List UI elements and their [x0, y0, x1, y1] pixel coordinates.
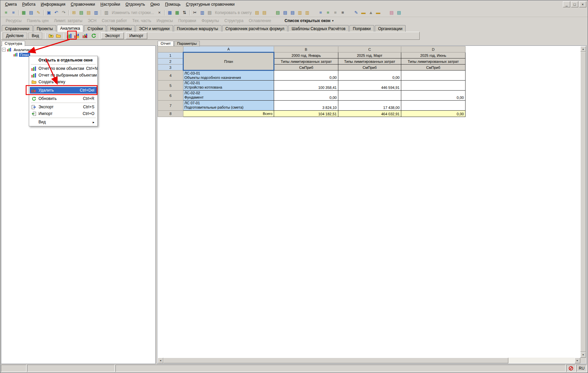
sort-icon[interactable]: ⇅ — [181, 9, 188, 16]
value-cell-c[interactable]: 446 594,91 — [338, 81, 401, 91]
row-header-2[interactable]: 2 — [158, 58, 183, 65]
menu-strukturnye-spravochniki[interactable]: Структурные справочники — [183, 1, 238, 8]
page-params-icon[interactable]: ▤ — [281, 9, 289, 16]
copy-document-icon[interactable]: ⊞ — [70, 9, 78, 16]
object-cell[interactable]: ЛС-02-01 Устройство котлована — [183, 81, 274, 91]
panel-works-list[interactable]: Состав работ — [99, 18, 130, 24]
object-cell[interactable]: ЛС 07-01 Подготовительные работы (смета) — [183, 101, 274, 111]
cut-icon[interactable]: ✂ — [191, 9, 198, 16]
value-cell-d[interactable]: 0,00 — [401, 91, 466, 101]
refresh-button[interactable] — [90, 32, 97, 39]
action-menu-button[interactable]: Действие — [3, 32, 27, 39]
folder-open-button[interactable] — [55, 32, 62, 39]
value-cell-c[interactable]: 0,00 — [338, 71, 401, 81]
structure-tree-icon[interactable]: ≡ — [10, 9, 17, 16]
cost-type-cell[interactable]: Типы лимитированных затрат — [274, 58, 338, 65]
tab-search-routes[interactable]: Поисковые маршруты — [174, 25, 222, 32]
crane-icon[interactable]: ▲ — [367, 9, 374, 16]
tab-popravki[interactable]: Поправки — [349, 25, 374, 32]
tab-parameters[interactable]: Параметры — [174, 41, 200, 46]
vertical-scrollbar[interactable]: ▲ ▼ — [580, 46, 586, 358]
value-cell-b[interactable]: 3 824,10 — [274, 101, 338, 111]
column-header-b[interactable]: B — [274, 46, 338, 52]
menu-item-refresh[interactable]: Обновить Ctrl+R — [30, 95, 97, 102]
value-cell-d[interactable] — [401, 101, 466, 111]
panel-structure[interactable]: Структура — [222, 18, 246, 24]
panel-tech-part[interactable]: Тех. часть — [130, 18, 154, 24]
row-header-cell[interactable]: 6 — [158, 91, 183, 101]
smprib-cell[interactable]: СмПриб — [401, 65, 466, 71]
copy-icon[interactable]: ▥ — [198, 9, 206, 16]
notebook-help-icon[interactable]: ▥ — [92, 9, 100, 16]
panel-price-panel[interactable]: Панель цен — [24, 18, 51, 24]
close-row-icon[interactable]: × — [156, 9, 163, 16]
redo-icon[interactable]: ↷ — [60, 9, 67, 16]
tab-report[interactable]: Отчет — [158, 41, 174, 46]
outline-all-icon[interactable]: ≡ — [332, 9, 339, 16]
save-icon[interactable]: ▣ — [45, 9, 53, 16]
smprib-cell[interactable]: СмПриб — [274, 65, 338, 71]
row-header-cell[interactable]: 5 — [158, 81, 183, 91]
menu-item-open-in-window[interactable]: Открыть в отдельном окне — [30, 57, 97, 64]
tab-organizations[interactable]: Организации — [375, 25, 406, 32]
panel-esn[interactable]: ЭСН — [85, 18, 99, 24]
tab-svod-templates[interactable]: Шаблоны Сводных Расчётов — [288, 25, 349, 32]
outline-right-icon[interactable]: ≡ — [324, 9, 332, 16]
menu-item-report-all-objects[interactable]: Отчет по всем объектам Ctrl+N — [30, 65, 97, 72]
smprib-cell[interactable]: СмПриб — [338, 65, 401, 71]
tree-collapse-icon[interactable]: − — [2, 48, 6, 51]
panel-toc[interactable]: Оглавление — [246, 18, 274, 24]
row-type-icon[interactable]: ▥ — [103, 9, 110, 16]
delete-report-button[interactable] — [81, 32, 89, 39]
value-cell-b[interactable]: 100 358,41 — [274, 81, 338, 91]
print-preview-icon[interactable]: ▤ — [27, 9, 35, 16]
paste-sheet-icon[interactable]: ▤ — [261, 9, 268, 16]
row-header-1[interactable]: 1 — [158, 52, 183, 58]
menu-rabota[interactable]: Работа — [19, 1, 38, 8]
copy-sheet-icon[interactable]: ▤ — [253, 9, 261, 16]
table-icon[interactable]: ▦ — [166, 9, 173, 16]
scroll-down-icon[interactable]: ▼ — [580, 352, 586, 358]
value-cell-d[interactable] — [401, 71, 466, 81]
panel-indexes[interactable]: Индексы — [154, 18, 176, 24]
tab-calc-formulas[interactable]: Справочник расчётных формул — [222, 25, 288, 32]
value-cell-b[interactable]: 0,00 — [274, 71, 338, 81]
notebook-icon[interactable]: ▤ — [78, 9, 85, 16]
merged-plan-cell[interactable]: План — [183, 52, 274, 71]
view-menu-button[interactable]: Вид — [28, 32, 43, 39]
open-windows-dropdown[interactable]: Список открытых окон ▾ — [282, 18, 336, 24]
pencil-icon[interactable]: ✎ — [352, 9, 360, 16]
layers-pink-icon[interactable]: ▤ — [388, 9, 395, 16]
maximize-button[interactable]: □ — [571, 1, 578, 7]
table-calc-icon[interactable]: ▦ — [173, 9, 181, 16]
tab-esn-methods[interactable]: ЭСН и методики — [136, 25, 173, 32]
menu-informatsiya[interactable]: Информация — [38, 1, 68, 8]
tab-normativy[interactable]: Нормативы — [107, 25, 135, 32]
tab-stroyki[interactable]: Стройки — [84, 25, 106, 32]
language-indicator[interactable]: RU — [576, 365, 587, 372]
folder-up-button[interactable] — [47, 32, 55, 39]
menu-okno[interactable]: Окно — [148, 1, 162, 8]
panel-limit-costs[interactable]: Лимит. затраты — [51, 18, 85, 24]
ledger-icon[interactable]: ▤ — [274, 9, 281, 16]
notebook-add-icon[interactable]: ▤ — [85, 9, 92, 16]
tab-structure[interactable]: Структура — [2, 41, 25, 46]
period-cell[interactable]: 2025 год, Март — [338, 52, 401, 58]
tree-node-label[interactable]: Аналитика — [13, 48, 33, 52]
scroll-up-icon[interactable]: ▲ — [580, 46, 586, 52]
grid-corner-cell[interactable] — [158, 46, 183, 52]
estimate-icon[interactable]: ▥ — [296, 9, 304, 16]
tab-analytics[interactable]: Аналитика — [57, 25, 83, 32]
page-params2-icon[interactable]: ▤ — [289, 9, 296, 16]
menu-smeta[interactable]: Смета — [2, 1, 19, 8]
export-button[interactable]: Экспорт — [101, 32, 123, 39]
value-cell-c[interactable]: 17 438,00 — [338, 101, 401, 111]
total-value-c[interactable]: 464 032,91 — [338, 111, 401, 117]
vertical-scroll-thumb[interactable] — [580, 52, 586, 352]
wand-icon[interactable]: ✎ — [35, 9, 42, 16]
menu-spravochniki[interactable]: Справочники — [68, 1, 98, 8]
report-folder-button[interactable] — [73, 32, 80, 39]
total-value-b[interactable]: 104 182,51 — [274, 111, 338, 117]
horizontal-scrollbar[interactable]: ◄ ► — [158, 358, 580, 363]
excel-icon[interactable]: ▦ — [20, 9, 27, 16]
